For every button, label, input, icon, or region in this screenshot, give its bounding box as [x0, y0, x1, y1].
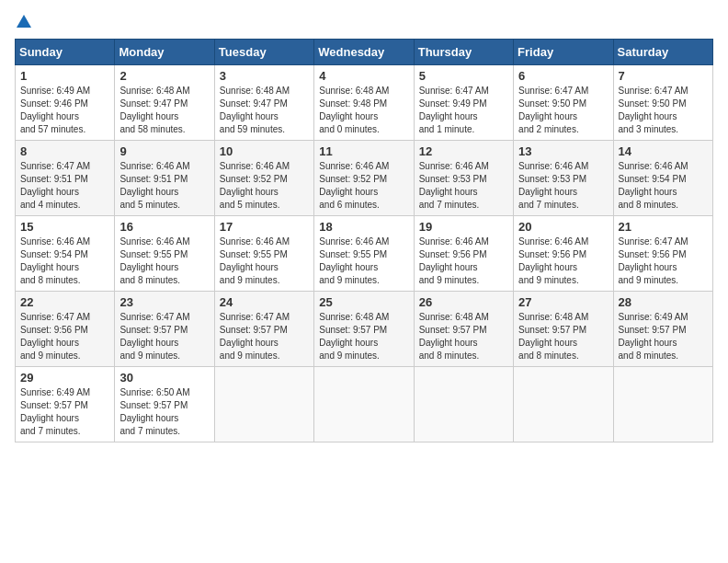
day-cell-21: 21Sunrise: 6:47 AMSunset: 9:56 PMDayligh…	[613, 216, 712, 292]
day-cell-29: 29Sunrise: 6:49 AMSunset: 9:57 PMDayligh…	[16, 367, 115, 442]
day-number: 3	[220, 69, 309, 83]
day-number: 1	[20, 69, 109, 83]
day-info: Sunrise: 6:48 AMSunset: 9:47 PMDaylight …	[220, 86, 290, 134]
empty-cell	[214, 367, 313, 442]
day-number: 5	[419, 69, 508, 83]
calendar-week-4: 22Sunrise: 6:47 AMSunset: 9:56 PMDayligh…	[16, 292, 713, 367]
day-cell-15: 15Sunrise: 6:46 AMSunset: 9:54 PMDayligh…	[16, 216, 115, 292]
day-number: 19	[419, 220, 508, 234]
day-number: 17	[220, 220, 309, 234]
day-number: 13	[518, 144, 608, 158]
calendar-week-2: 8Sunrise: 6:47 AMSunset: 9:51 PMDaylight…	[16, 141, 713, 216]
day-cell-10: 10Sunrise: 6:46 AMSunset: 9:52 PMDayligh…	[214, 141, 313, 216]
day-number: 12	[419, 144, 508, 158]
calendar-week-3: 15Sunrise: 6:46 AMSunset: 9:54 PMDayligh…	[16, 216, 713, 292]
day-info: Sunrise: 6:46 AMSunset: 9:51 PMDaylight …	[119, 161, 189, 210]
day-cell-1: 1Sunrise: 6:49 AMSunset: 9:46 PMDaylight…	[16, 65, 115, 141]
day-info: Sunrise: 6:47 AMSunset: 9:56 PMDaylight …	[20, 312, 90, 361]
day-cell-13: 13Sunrise: 6:46 AMSunset: 9:53 PMDayligh…	[514, 141, 613, 216]
day-number: 28	[619, 295, 708, 309]
day-info: Sunrise: 6:46 AMSunset: 9:52 PMDaylight …	[319, 161, 389, 210]
day-info: Sunrise: 6:46 AMSunset: 9:56 PMDaylight …	[518, 236, 588, 285]
day-cell-26: 26Sunrise: 6:48 AMSunset: 9:57 PMDayligh…	[414, 292, 513, 367]
day-header-tuesday: Tuesday	[214, 40, 313, 65]
header-row: SundayMondayTuesdayWednesdayThursdayFrid…	[16, 40, 713, 65]
day-number: 29	[20, 371, 109, 385]
day-number: 24	[220, 295, 309, 309]
day-cell-2: 2Sunrise: 6:48 AMSunset: 9:47 PMDaylight…	[115, 65, 214, 141]
day-cell-20: 20Sunrise: 6:46 AMSunset: 9:56 PMDayligh…	[514, 216, 613, 292]
day-info: Sunrise: 6:49 AMSunset: 9:57 PMDaylight …	[20, 387, 90, 436]
day-cell-25: 25Sunrise: 6:48 AMSunset: 9:57 PMDayligh…	[314, 292, 414, 367]
empty-cell	[613, 367, 712, 442]
day-number: 30	[119, 371, 209, 385]
day-info: Sunrise: 6:47 AMSunset: 9:56 PMDaylight …	[619, 236, 688, 285]
day-info: Sunrise: 6:47 AMSunset: 9:49 PMDaylight …	[419, 86, 489, 134]
day-cell-16: 16Sunrise: 6:46 AMSunset: 9:55 PMDayligh…	[115, 216, 214, 292]
day-cell-22: 22Sunrise: 6:47 AMSunset: 9:56 PMDayligh…	[16, 292, 115, 367]
day-info: Sunrise: 6:48 AMSunset: 9:47 PMDaylight …	[119, 86, 189, 134]
empty-cell	[414, 367, 513, 442]
day-cell-23: 23Sunrise: 6:47 AMSunset: 9:57 PMDayligh…	[115, 292, 214, 367]
day-cell-6: 6Sunrise: 6:47 AMSunset: 9:50 PMDaylight…	[514, 65, 613, 141]
day-info: Sunrise: 6:47 AMSunset: 9:57 PMDaylight …	[220, 312, 290, 361]
day-info: Sunrise: 6:49 AMSunset: 9:57 PMDaylight …	[619, 312, 688, 361]
day-number: 8	[20, 144, 109, 158]
day-cell-5: 5Sunrise: 6:47 AMSunset: 9:49 PMDaylight…	[414, 65, 513, 141]
day-number: 27	[518, 295, 608, 309]
day-cell-27: 27Sunrise: 6:48 AMSunset: 9:57 PMDayligh…	[514, 292, 613, 367]
day-number: 15	[20, 220, 109, 234]
day-info: Sunrise: 6:46 AMSunset: 9:53 PMDaylight …	[518, 161, 588, 210]
day-cell-28: 28Sunrise: 6:49 AMSunset: 9:57 PMDayligh…	[613, 292, 712, 367]
day-info: Sunrise: 6:48 AMSunset: 9:57 PMDaylight …	[518, 312, 588, 361]
day-info: Sunrise: 6:48 AMSunset: 9:57 PMDaylight …	[419, 312, 489, 361]
day-cell-8: 8Sunrise: 6:47 AMSunset: 9:51 PMDaylight…	[16, 141, 115, 216]
day-cell-19: 19Sunrise: 6:46 AMSunset: 9:56 PMDayligh…	[414, 216, 513, 292]
logo-icon	[17, 15, 31, 28]
day-header-wednesday: Wednesday	[314, 40, 414, 65]
empty-cell	[514, 367, 613, 442]
day-header-friday: Friday	[514, 40, 613, 65]
day-info: Sunrise: 6:46 AMSunset: 9:54 PMDaylight …	[619, 161, 688, 210]
day-number: 23	[119, 295, 209, 309]
day-cell-7: 7Sunrise: 6:47 AMSunset: 9:50 PMDaylight…	[613, 65, 712, 141]
calendar-table: SundayMondayTuesdayWednesdayThursdayFrid…	[15, 39, 713, 442]
day-number: 14	[619, 144, 708, 158]
day-info: Sunrise: 6:46 AMSunset: 9:56 PMDaylight …	[419, 236, 489, 285]
day-number: 2	[119, 69, 209, 83]
day-info: Sunrise: 6:46 AMSunset: 9:55 PMDaylight …	[119, 236, 189, 285]
day-number: 6	[518, 69, 608, 83]
day-cell-11: 11Sunrise: 6:46 AMSunset: 9:52 PMDayligh…	[314, 141, 414, 216]
day-number: 21	[619, 220, 708, 234]
day-number: 7	[619, 69, 708, 83]
day-number: 16	[119, 220, 209, 234]
day-cell-3: 3Sunrise: 6:48 AMSunset: 9:47 PMDaylight…	[214, 65, 313, 141]
day-cell-4: 4Sunrise: 6:48 AMSunset: 9:48 PMDaylight…	[314, 65, 414, 141]
day-number: 10	[220, 144, 309, 158]
day-info: Sunrise: 6:48 AMSunset: 9:48 PMDaylight …	[319, 86, 389, 134]
day-cell-9: 9Sunrise: 6:46 AMSunset: 9:51 PMDaylight…	[115, 141, 214, 216]
day-number: 4	[319, 69, 408, 83]
day-number: 22	[20, 295, 109, 309]
day-cell-12: 12Sunrise: 6:46 AMSunset: 9:53 PMDayligh…	[414, 141, 513, 216]
day-info: Sunrise: 6:46 AMSunset: 9:52 PMDaylight …	[220, 161, 290, 210]
day-header-saturday: Saturday	[613, 40, 712, 65]
logo	[15, 15, 31, 31]
calendar-body: 1Sunrise: 6:49 AMSunset: 9:46 PMDaylight…	[16, 65, 713, 442]
calendar-header: SundayMondayTuesdayWednesdayThursdayFrid…	[16, 40, 713, 65]
day-cell-18: 18Sunrise: 6:46 AMSunset: 9:55 PMDayligh…	[314, 216, 414, 292]
day-info: Sunrise: 6:46 AMSunset: 9:55 PMDaylight …	[319, 236, 389, 285]
empty-cell	[314, 367, 414, 442]
svg-marker-0	[17, 15, 31, 28]
day-header-thursday: Thursday	[414, 40, 513, 65]
calendar-week-1: 1Sunrise: 6:49 AMSunset: 9:46 PMDaylight…	[16, 65, 713, 141]
day-cell-24: 24Sunrise: 6:47 AMSunset: 9:57 PMDayligh…	[214, 292, 313, 367]
day-cell-30: 30Sunrise: 6:50 AMSunset: 9:57 PMDayligh…	[115, 367, 214, 442]
day-number: 25	[319, 295, 408, 309]
day-number: 20	[518, 220, 608, 234]
day-info: Sunrise: 6:46 AMSunset: 9:54 PMDaylight …	[20, 236, 90, 285]
day-number: 26	[419, 295, 508, 309]
day-info: Sunrise: 6:47 AMSunset: 9:57 PMDaylight …	[119, 312, 189, 361]
day-info: Sunrise: 6:47 AMSunset: 9:51 PMDaylight …	[20, 161, 90, 210]
day-info: Sunrise: 6:49 AMSunset: 9:46 PMDaylight …	[20, 86, 90, 134]
